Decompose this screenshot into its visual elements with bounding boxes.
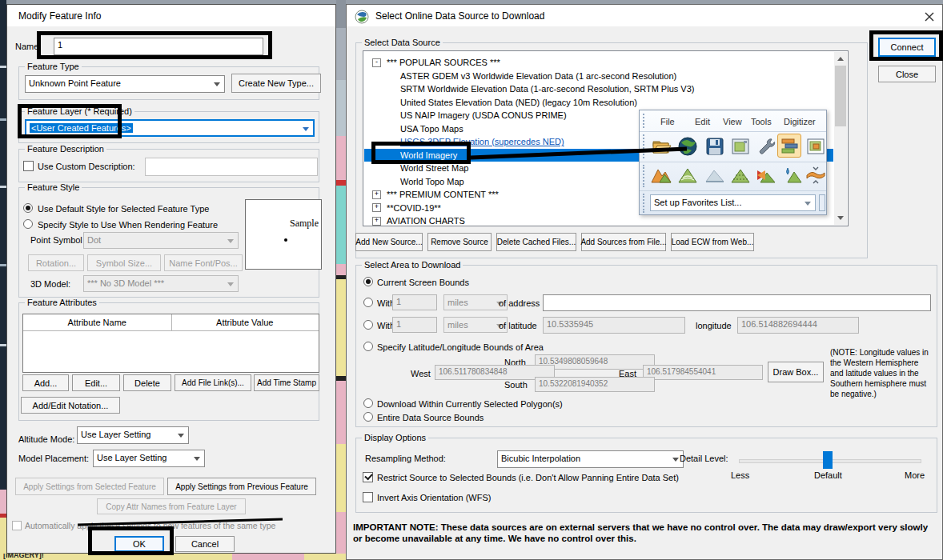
contour-terrain-icon[interactable]: [677, 166, 698, 186]
scroll-up-button[interactable]: [834, 52, 847, 65]
specify-bounds-label: Specify Latitude/Longitude Bounds of Are…: [377, 342, 544, 352]
within-address-radio[interactable]: [363, 298, 373, 307]
flatten-terrain-icon[interactable]: [704, 166, 725, 186]
name-font-pos-button[interactable]: Name Font/Pos...: [164, 254, 243, 271]
scrollbar-thumb[interactable]: [835, 66, 846, 126]
watershed-terrain-icon[interactable]: [781, 166, 802, 186]
within-address-units-combo[interactable]: miles: [443, 294, 508, 310]
add-edit-notation-button[interactable]: Add/Edit Notation...: [21, 397, 120, 414]
download-polygon-radio[interactable]: [363, 398, 373, 408]
attribute-name-column-header[interactable]: Attribute Name: [23, 314, 172, 331]
toolbar-grip-handle[interactable]: [643, 114, 644, 128]
close-button[interactable]: Close: [878, 66, 936, 82]
restrict-source-checkbox[interactable]: [363, 472, 373, 482]
tree-item-us-ned[interactable]: United States Elevation Data (NED) (lega…: [364, 96, 833, 110]
tools-wrench-icon[interactable]: [756, 136, 776, 157]
point-symbol-combo[interactable]: Dot: [83, 232, 239, 249]
within-latlon-distance-input[interactable]: 1: [392, 317, 437, 333]
attr-add-button[interactable]: Add...: [22, 374, 69, 391]
copy-attr-names-button[interactable]: Copy Attr Names from Feature Layer: [97, 498, 246, 514]
expander-plus-icon[interactable]: +: [372, 203, 381, 212]
menu-digitizer[interactable]: Digitizer: [784, 117, 816, 126]
address-input[interactable]: [543, 294, 931, 311]
invert-axis-checkbox[interactable]: [363, 492, 373, 502]
partial-toolbar-button[interactable]: [819, 194, 825, 211]
use-default-style-radio[interactable]: [23, 203, 33, 213]
within-latlon-units-combo[interactable]: miles: [443, 317, 508, 333]
screen-view-icon[interactable]: [730, 136, 751, 157]
save-icon[interactable]: [704, 136, 725, 157]
resampling-method-combo[interactable]: Bicubic Interpolation: [497, 450, 684, 468]
expander-plus-icon[interactable]: +: [372, 217, 381, 226]
menu-edit[interactable]: Edit: [695, 117, 710, 126]
remove-source-button[interactable]: Remove Source: [427, 233, 492, 251]
create-new-type-button[interactable]: Create New Type...: [231, 74, 321, 93]
tree-scrollbar[interactable]: [834, 52, 847, 225]
apply-settings-previous-button[interactable]: Apply Settings from Previous Feature: [167, 478, 316, 495]
south-input[interactable]: 10.5322081940352: [535, 377, 655, 392]
auto-apply-checkbox[interactable]: [12, 521, 22, 530]
toolbar-grip-handle[interactable]: [643, 165, 644, 187]
east-input[interactable]: 106.517984554041: [643, 365, 763, 380]
delete-cached-files-button[interactable]: Delete Cached Files...: [496, 233, 576, 251]
toolbar-grip-handle[interactable]: [643, 134, 644, 158]
close-icon[interactable]: [925, 12, 934, 22]
tree-item-aviation-charts[interactable]: + AVIATION CHARTS: [364, 214, 833, 226]
load-ecw-from-web-button[interactable]: Load ECW from Web...: [671, 233, 754, 251]
expander-plus-icon[interactable]: +: [372, 190, 381, 199]
add-new-source-button[interactable]: Add New Source...: [355, 233, 423, 251]
menu-file[interactable]: File: [660, 117, 675, 126]
cancel-button[interactable]: Cancel: [175, 536, 235, 552]
attribute-value-column-header[interactable]: Attribute Value: [171, 314, 319, 331]
map-layout-icon[interactable]: [805, 136, 826, 157]
menu-tools[interactable]: Tools: [751, 117, 772, 126]
add-file-links-button[interactable]: Add File Link(s)...: [175, 374, 251, 391]
current-screen-bounds-radio[interactable]: [363, 277, 373, 286]
feature-layer-combo[interactable]: <User Created Features>: [25, 119, 315, 137]
connect-button[interactable]: Connect: [878, 38, 936, 57]
add-time-stamp-button[interactable]: Add Time Stamp: [254, 374, 319, 391]
feature-type-combo[interactable]: Unknown Point Feature: [25, 75, 225, 93]
tree-item-srtm[interactable]: SRTM Worldwide Elevation Data (1-arc-sec…: [364, 82, 833, 96]
custom-description-input[interactable]: [145, 158, 318, 176]
toolbar-grip-handle[interactable]: [643, 194, 644, 213]
specify-bounds-radio[interactable]: [363, 342, 373, 351]
symbol-size-button[interactable]: Symbol Size...: [87, 254, 161, 271]
name-input[interactable]: 1: [54, 38, 263, 55]
globe-icon[interactable]: [677, 136, 698, 157]
ok-button[interactable]: OK: [114, 536, 164, 552]
within-latlon-radio[interactable]: [363, 320, 373, 330]
control-center-icon[interactable]: [777, 134, 801, 158]
path-profile-icon[interactable]: [805, 166, 826, 186]
favorites-combo[interactable]: Set up Favorites List...: [650, 194, 816, 211]
add-sources-from-file-button[interactable]: Add Sources from File...: [581, 233, 666, 251]
specify-style-radio[interactable]: [23, 219, 33, 229]
of-address-label: of address: [499, 298, 540, 308]
rotation-button[interactable]: Rotation...: [28, 254, 84, 271]
altitude-mode-combo[interactable]: Use Layer Setting: [77, 426, 189, 444]
menu-view[interactable]: View: [723, 117, 742, 126]
tree-item-aster-gdem[interactable]: ASTER GDEM v3 Worldwide Elevation Data (…: [364, 70, 833, 83]
within-address-distance-input[interactable]: 1: [392, 294, 437, 310]
open-folder-icon[interactable]: [651, 136, 672, 157]
tree-item-popular-sources[interactable]: - *** POPULAR SOURCES ***: [364, 56, 833, 70]
scroll-down-button[interactable]: [834, 212, 847, 225]
expander-minus-icon[interactable]: -: [372, 58, 381, 67]
attr-delete-button[interactable]: Delete: [123, 374, 171, 391]
detail-level-slider-handle[interactable]: [823, 451, 833, 469]
use-custom-description-checkbox[interactable]: [23, 161, 34, 171]
entire-bounds-radio[interactable]: [363, 412, 373, 422]
draw-box-button[interactable]: Draw Box...: [768, 362, 824, 382]
apply-settings-selected-button[interactable]: Apply Settings from Selected Feature: [15, 478, 164, 495]
model-3d-combo[interactable]: *** No 3D Model ***: [83, 275, 239, 292]
latitude-input[interactable]: 10.5335945: [543, 317, 685, 334]
model-placement-combo[interactable]: Use Layer Setting: [93, 450, 205, 467]
viewshed-terrain-icon[interactable]: [756, 166, 776, 186]
attributes-table[interactable]: Attribute Name Attribute Value: [22, 314, 319, 373]
use-default-style-label: Use Default Style for Selected Feature T…: [38, 204, 209, 214]
grid-terrain-icon[interactable]: [730, 166, 751, 186]
longitude-input[interactable]: 106.514882694444: [737, 317, 859, 334]
attr-edit-button[interactable]: Edit...: [72, 374, 120, 391]
map-fragment: [232, 554, 304, 560]
terrain-shader-icon[interactable]: [651, 166, 672, 186]
